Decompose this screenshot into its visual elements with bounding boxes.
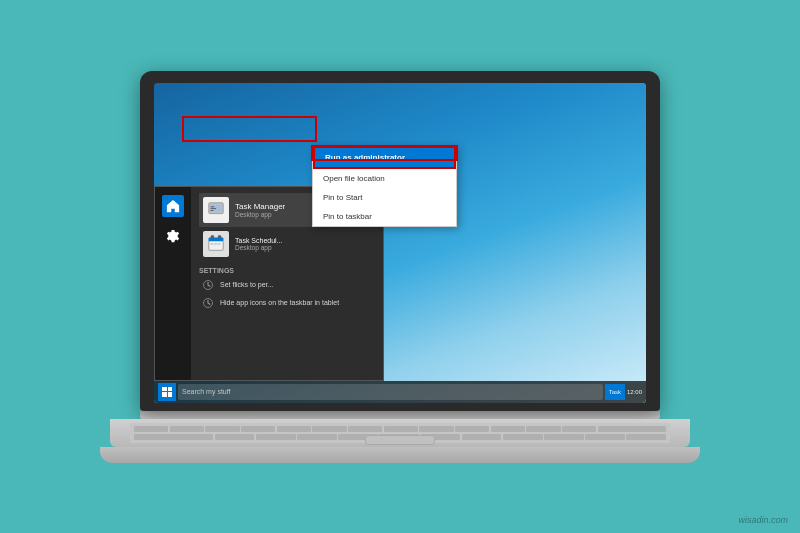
context-item-run-admin[interactable]: Run as administrator: [313, 146, 456, 169]
sidebar-home-icon[interactable]: [162, 195, 184, 217]
taskbar: Search my stuff Task 12:00: [154, 381, 646, 403]
taskbar-tray: 12:00: [627, 389, 642, 395]
settings-section: Settings Set flicks to per...: [199, 265, 375, 314]
windows-logo-icon: [162, 387, 172, 397]
settings-item-hide-text: Hide app icons on the taskbar in tablet: [220, 299, 339, 306]
task-scheduler-name: Task Schedul...: [235, 237, 282, 244]
settings-item-flicks[interactable]: Set flicks to per...: [199, 276, 375, 294]
flicks-icon: [201, 278, 215, 292]
svg-rect-4: [211, 210, 214, 211]
sidebar-settings-icon[interactable]: [162, 225, 184, 247]
task-scheduler-icon: [203, 231, 229, 257]
context-item-pin-taskbar[interactable]: Pin to taskbar: [313, 207, 456, 226]
task-view-button[interactable]: Task: [605, 384, 625, 400]
task-manager-text: Task Manager Desktop app: [235, 202, 285, 218]
task-manager-icon: [203, 197, 229, 223]
svg-rect-6: [209, 237, 223, 241]
laptop-base: [110, 419, 690, 447]
red-highlight-task-manager: [182, 116, 317, 142]
svg-rect-3: [211, 208, 216, 209]
context-item-open-file[interactable]: Open file location: [313, 169, 456, 188]
task-scheduler-text: Task Schedul... Desktop app: [235, 237, 282, 251]
laptop-bottom: [100, 447, 700, 463]
svg-rect-11: [218, 243, 221, 245]
settings-label: Settings: [199, 267, 375, 274]
start-button[interactable]: [158, 383, 176, 401]
svg-rect-10: [214, 243, 217, 245]
start-sidebar: [155, 187, 191, 380]
taskbar-search-text: Search my stuff: [182, 388, 231, 395]
taskbar-time: 12:00: [627, 389, 642, 395]
trackpad[interactable]: [365, 435, 435, 445]
task-manager-type: Desktop app: [235, 211, 285, 218]
taskbar-search-box[interactable]: Search my stuff: [178, 384, 603, 400]
settings-item-flicks-text: Set flicks to per...: [220, 281, 273, 288]
svg-rect-9: [211, 243, 214, 245]
settings-item-hide[interactable]: Hide app icons on the taskbar in tablet: [199, 294, 375, 312]
svg-point-7: [211, 235, 214, 238]
watermark: wisadin.com: [738, 515, 788, 525]
app-item-task-scheduler[interactable]: Task Schedul... Desktop app: [199, 227, 375, 261]
laptop-container: Task Manager Desktop app: [100, 71, 700, 463]
laptop-screen: Task Manager Desktop app: [154, 83, 646, 403]
task-manager-name: Task Manager: [235, 202, 285, 211]
laptop-screen-bezel: Task Manager Desktop app: [140, 71, 660, 411]
win-desktop: Task Manager Desktop app: [154, 83, 646, 403]
context-item-pin-start[interactable]: Pin to Start: [313, 188, 456, 207]
svg-point-8: [218, 235, 221, 238]
context-menu: Run as administrator Open file location …: [312, 145, 457, 227]
hide-icon: [201, 296, 215, 310]
laptop-hinge: [140, 411, 660, 419]
svg-rect-2: [211, 206, 215, 207]
task-scheduler-type: Desktop app: [235, 244, 282, 251]
